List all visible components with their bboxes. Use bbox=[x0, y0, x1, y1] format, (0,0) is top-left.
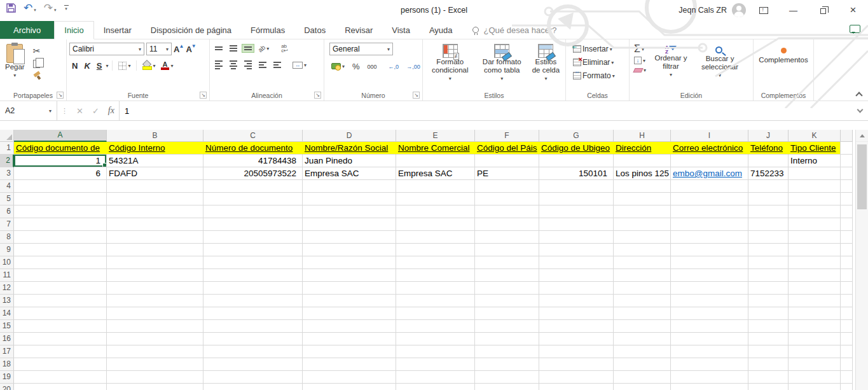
cell-B9[interactable] bbox=[107, 244, 203, 256]
cell-I6[interactable] bbox=[671, 205, 748, 218]
row-header-4[interactable]: 4 bbox=[0, 180, 14, 193]
cell-K15[interactable] bbox=[789, 320, 841, 333]
cell-D11[interactable] bbox=[303, 269, 396, 282]
tab-disposición-de-página[interactable]: Disposición de página bbox=[141, 21, 241, 39]
cell-E11[interactable] bbox=[396, 269, 475, 282]
cell-J5[interactable] bbox=[748, 193, 789, 205]
row-header-2[interactable]: 2 bbox=[0, 155, 14, 167]
cell-F20[interactable] bbox=[475, 384, 539, 390]
cell-H10[interactable] bbox=[614, 256, 671, 269]
cell-C4[interactable] bbox=[203, 180, 303, 193]
cell-B1[interactable]: Código Interno bbox=[107, 142, 203, 155]
cell-E10[interactable] bbox=[396, 256, 475, 269]
cell-L16[interactable] bbox=[841, 333, 853, 345]
cell-C19[interactable] bbox=[203, 371, 303, 384]
cell-E4[interactable] bbox=[396, 180, 475, 193]
cell-L18[interactable] bbox=[841, 358, 853, 371]
font-dialog-launcher[interactable]: ↘ bbox=[200, 92, 207, 99]
cell-K2[interactable]: Interno bbox=[789, 155, 841, 167]
align-middle-icon[interactable] bbox=[227, 43, 240, 54]
align-top-icon[interactable] bbox=[212, 44, 225, 53]
copy-icon[interactable]: ▾ bbox=[31, 59, 46, 69]
cell-C17[interactable] bbox=[203, 345, 303, 358]
cell-F19[interactable] bbox=[475, 371, 539, 384]
cell-K19[interactable] bbox=[789, 371, 841, 384]
cell-G17[interactable] bbox=[539, 345, 614, 358]
cell-L10[interactable] bbox=[841, 256, 853, 269]
cell-A11[interactable] bbox=[14, 269, 107, 282]
cell-F16[interactable] bbox=[475, 333, 539, 345]
cell-G14[interactable] bbox=[539, 307, 614, 320]
cell-H12[interactable] bbox=[614, 282, 671, 295]
clipboard-dialog-launcher[interactable]: ↘ bbox=[57, 92, 64, 99]
cell-H5[interactable] bbox=[614, 193, 671, 205]
cell-B5[interactable] bbox=[107, 193, 203, 205]
cell-J9[interactable] bbox=[748, 244, 789, 256]
cell-G16[interactable] bbox=[539, 333, 614, 345]
cell-J18[interactable] bbox=[748, 358, 789, 371]
cell-K13[interactable] bbox=[789, 295, 841, 307]
cell-D10[interactable] bbox=[303, 256, 396, 269]
cell-A8[interactable] bbox=[14, 231, 107, 244]
cell-J15[interactable] bbox=[748, 320, 789, 333]
cell-I18[interactable] bbox=[671, 358, 748, 371]
cell-E7[interactable] bbox=[396, 218, 475, 231]
column-header-F[interactable]: F bbox=[475, 130, 539, 142]
alignment-dialog-launcher[interactable]: ↘ bbox=[314, 92, 321, 99]
fill-icon[interactable]: ↓▾ bbox=[632, 56, 648, 65]
cell-L7[interactable] bbox=[841, 218, 853, 231]
cell-J19[interactable] bbox=[748, 371, 789, 384]
redo-button[interactable]: ↷▾ bbox=[44, 4, 57, 13]
row-header-3[interactable]: 3 bbox=[0, 167, 14, 180]
cell-I2[interactable] bbox=[671, 155, 748, 167]
cell-F18[interactable] bbox=[475, 358, 539, 371]
cell-E5[interactable] bbox=[396, 193, 475, 205]
cell-J10[interactable] bbox=[748, 256, 789, 269]
cell-I13[interactable] bbox=[671, 295, 748, 307]
cell-E16[interactable] bbox=[396, 333, 475, 345]
cell-E1[interactable]: Nombre Comercial bbox=[396, 142, 475, 155]
cell-E3[interactable]: Empresa SAC bbox=[396, 167, 475, 180]
cell-B15[interactable] bbox=[107, 320, 203, 333]
cell-J11[interactable] bbox=[748, 269, 789, 282]
number-dialog-launcher[interactable]: ↘ bbox=[413, 92, 420, 99]
cell-C15[interactable] bbox=[203, 320, 303, 333]
clear-icon[interactable]: ▾ bbox=[632, 67, 648, 74]
cell-H18[interactable] bbox=[614, 358, 671, 371]
row-header-15[interactable]: 15 bbox=[0, 320, 14, 333]
cell-C9[interactable] bbox=[203, 244, 303, 256]
row-header-8[interactable]: 8 bbox=[0, 231, 14, 244]
tab-fórmulas[interactable]: Fórmulas bbox=[241, 21, 294, 39]
cell-A18[interactable] bbox=[14, 358, 107, 371]
name-box[interactable]: A2▾ bbox=[0, 101, 57, 120]
cell-L14[interactable] bbox=[841, 307, 853, 320]
orientation-icon[interactable]: ab▾ bbox=[256, 45, 271, 53]
cell-I1[interactable]: Correo electrónico bbox=[671, 142, 748, 155]
cell-C10[interactable] bbox=[203, 256, 303, 269]
cell-H3[interactable]: Los pinos 125 bbox=[614, 167, 671, 180]
cell-G12[interactable] bbox=[539, 282, 614, 295]
cell-K18[interactable] bbox=[789, 358, 841, 371]
cell-D18[interactable] bbox=[303, 358, 396, 371]
cell-B14[interactable] bbox=[107, 307, 203, 320]
cell-G20[interactable] bbox=[539, 384, 614, 390]
cell-J12[interactable] bbox=[748, 282, 789, 295]
row-header-5[interactable]: 5 bbox=[0, 193, 14, 205]
cell-K10[interactable] bbox=[789, 256, 841, 269]
cell-B10[interactable] bbox=[107, 256, 203, 269]
cell-I12[interactable] bbox=[671, 282, 748, 295]
cell-F8[interactable] bbox=[475, 231, 539, 244]
cell-D2[interactable]: Juan Pinedo bbox=[303, 155, 396, 167]
tab-revisar[interactable]: Revisar bbox=[335, 21, 382, 39]
cell-I10[interactable] bbox=[671, 256, 748, 269]
cell-L1[interactable] bbox=[841, 142, 853, 155]
cell-A10[interactable] bbox=[14, 256, 107, 269]
cell-D3[interactable]: Empresa SAC bbox=[303, 167, 396, 180]
cell-L20[interactable] bbox=[841, 384, 853, 390]
cell-D20[interactable] bbox=[303, 384, 396, 390]
merge-center-icon[interactable]: ↔▾ bbox=[291, 61, 308, 69]
cell-A3[interactable]: 6 bbox=[14, 167, 107, 180]
cell-D19[interactable] bbox=[303, 371, 396, 384]
cell-K7[interactable] bbox=[789, 218, 841, 231]
cell-B8[interactable] bbox=[107, 231, 203, 244]
